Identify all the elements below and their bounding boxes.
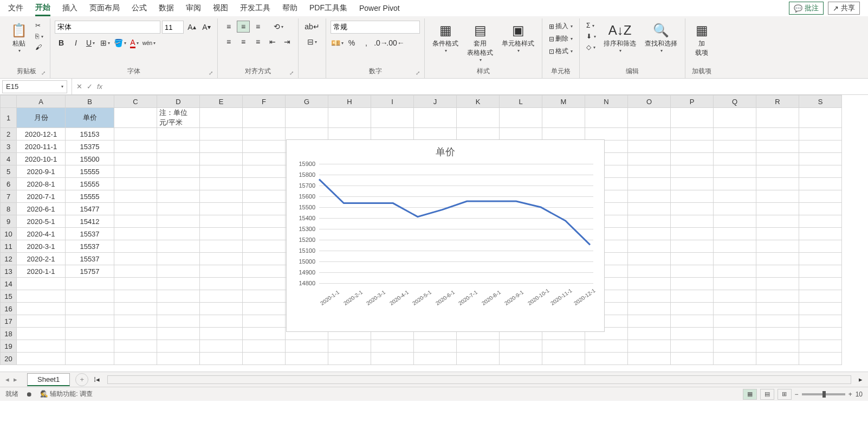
cell-F18[interactable] bbox=[243, 328, 286, 340]
fill-color-button[interactable]: 🪣▾ bbox=[113, 37, 126, 49]
cell-Q10[interactable] bbox=[714, 228, 756, 240]
menu-help[interactable]: 帮助 bbox=[282, 1, 297, 15]
cell-S12[interactable] bbox=[799, 253, 842, 265]
cell-C20[interactable] bbox=[114, 353, 157, 365]
menu-layout[interactable]: 页面布局 bbox=[89, 1, 120, 15]
cell-R15[interactable] bbox=[756, 290, 799, 303]
format-cells-button[interactable]: ⊡格式▾ bbox=[547, 46, 575, 57]
cell-O18[interactable] bbox=[628, 328, 671, 340]
merge-button[interactable]: ⊟▾ bbox=[303, 36, 321, 48]
cell-C6[interactable] bbox=[114, 178, 157, 190]
zoom-level[interactable]: 10 bbox=[856, 391, 863, 398]
cell-E7[interactable] bbox=[200, 190, 243, 203]
comments-button[interactable]: 💬批注 bbox=[789, 2, 824, 15]
cell-N1[interactable] bbox=[585, 108, 628, 128]
decrease-decimal-button[interactable]: .00← bbox=[389, 37, 402, 49]
cell-J20[interactable] bbox=[414, 353, 457, 365]
menu-home[interactable]: 开始 bbox=[35, 1, 50, 16]
cell-Q18[interactable] bbox=[714, 328, 756, 340]
cell-Q4[interactable] bbox=[714, 153, 756, 165]
cell-D9[interactable] bbox=[157, 215, 200, 228]
copy-button[interactable]: ⎘▾ bbox=[33, 31, 46, 41]
cell-F5[interactable] bbox=[243, 165, 286, 178]
cell-A16[interactable] bbox=[17, 303, 66, 315]
cell-M20[interactable] bbox=[542, 353, 585, 365]
col-header-D[interactable]: D bbox=[157, 95, 200, 108]
cell-S18[interactable] bbox=[799, 328, 842, 340]
cell-H2[interactable] bbox=[328, 128, 371, 140]
cell-B9[interactable]: 15412 bbox=[66, 215, 114, 228]
cell-D6[interactable] bbox=[157, 178, 200, 190]
cell-D4[interactable] bbox=[157, 153, 200, 165]
cell-Q1[interactable] bbox=[714, 108, 756, 128]
cell-A6[interactable]: 2020-8-1 bbox=[17, 178, 66, 190]
cell-R16[interactable] bbox=[756, 303, 799, 315]
cell-Q12[interactable] bbox=[714, 253, 756, 265]
cell-E9[interactable] bbox=[200, 215, 243, 228]
cell-F19[interactable] bbox=[243, 340, 286, 353]
row-header-5[interactable]: 5 bbox=[1, 165, 17, 178]
cell-B19[interactable] bbox=[66, 340, 114, 353]
cell-A2[interactable]: 2020-12-1 bbox=[17, 128, 66, 140]
cell-K2[interactable] bbox=[457, 128, 500, 140]
menu-formulas[interactable]: 公式 bbox=[132, 1, 147, 15]
cut-button[interactable]: ✂ bbox=[33, 21, 46, 30]
cell-O20[interactable] bbox=[628, 353, 671, 365]
cell-D2[interactable] bbox=[157, 128, 200, 140]
cell-P15[interactable] bbox=[671, 290, 714, 303]
cell-P18[interactable] bbox=[671, 328, 714, 340]
cell-F11[interactable] bbox=[243, 240, 286, 253]
cell-R19[interactable] bbox=[756, 340, 799, 353]
cell-L20[interactable] bbox=[500, 353, 542, 365]
align-middle-button[interactable]: ≡ bbox=[237, 21, 250, 33]
cell-D15[interactable] bbox=[157, 290, 200, 303]
cell-B12[interactable]: 15537 bbox=[66, 253, 114, 265]
cell-O5[interactable] bbox=[628, 165, 671, 178]
cell-C7[interactable] bbox=[114, 190, 157, 203]
scroll-right-button[interactable]: ▸ bbox=[859, 375, 863, 383]
cell-Q14[interactable] bbox=[714, 278, 756, 290]
horizontal-scrollbar[interactable] bbox=[107, 375, 851, 384]
cell-F15[interactable] bbox=[243, 290, 286, 303]
col-header-J[interactable]: J bbox=[414, 95, 457, 108]
sheet-next-button[interactable]: ▸ bbox=[14, 375, 17, 383]
cell-S6[interactable] bbox=[799, 178, 842, 190]
cell-C18[interactable] bbox=[114, 328, 157, 340]
menu-insert[interactable]: 插入 bbox=[62, 1, 77, 15]
cell-E3[interactable] bbox=[200, 140, 243, 153]
cell-F3[interactable] bbox=[243, 140, 286, 153]
cell-F2[interactable] bbox=[243, 128, 286, 140]
cell-P6[interactable] bbox=[671, 178, 714, 190]
cell-E6[interactable] bbox=[200, 178, 243, 190]
zoom-out-button[interactable]: − bbox=[795, 391, 799, 398]
col-header-Q[interactable]: Q bbox=[714, 95, 756, 108]
cell-F12[interactable] bbox=[243, 253, 286, 265]
cell-R20[interactable] bbox=[756, 353, 799, 365]
delete-cells-button[interactable]: ⊟删除▾ bbox=[547, 33, 575, 44]
cell-Q20[interactable] bbox=[714, 353, 756, 365]
cell-F17[interactable] bbox=[243, 315, 286, 328]
cell-C12[interactable] bbox=[114, 253, 157, 265]
cell-O3[interactable] bbox=[628, 140, 671, 153]
cell-E4[interactable] bbox=[200, 153, 243, 165]
cell-P2[interactable] bbox=[671, 128, 714, 140]
cell-Q7[interactable] bbox=[714, 190, 756, 203]
cell-R14[interactable] bbox=[756, 278, 799, 290]
cell-C11[interactable] bbox=[114, 240, 157, 253]
number-launcher-icon[interactable]: ⤢ bbox=[416, 70, 420, 76]
cell-E1[interactable] bbox=[200, 108, 243, 128]
indent-increase-button[interactable]: ⇥ bbox=[281, 36, 294, 48]
cell-styles-button[interactable]: ▣单元格样式▾ bbox=[498, 21, 537, 54]
cell-Q5[interactable] bbox=[714, 165, 756, 178]
cell-P20[interactable] bbox=[671, 353, 714, 365]
cell-C19[interactable] bbox=[114, 340, 157, 353]
row-header-12[interactable]: 12 bbox=[1, 253, 17, 265]
cell-M1[interactable] bbox=[542, 108, 585, 128]
cell-P9[interactable] bbox=[671, 215, 714, 228]
cell-G2[interactable] bbox=[286, 128, 328, 140]
col-header-N[interactable]: N bbox=[585, 95, 628, 108]
cell-B1[interactable]: 单价 bbox=[66, 108, 114, 128]
fx-button[interactable]: fx bbox=[97, 82, 102, 91]
cell-D18[interactable] bbox=[157, 328, 200, 340]
row-header-20[interactable]: 20 bbox=[1, 353, 17, 365]
